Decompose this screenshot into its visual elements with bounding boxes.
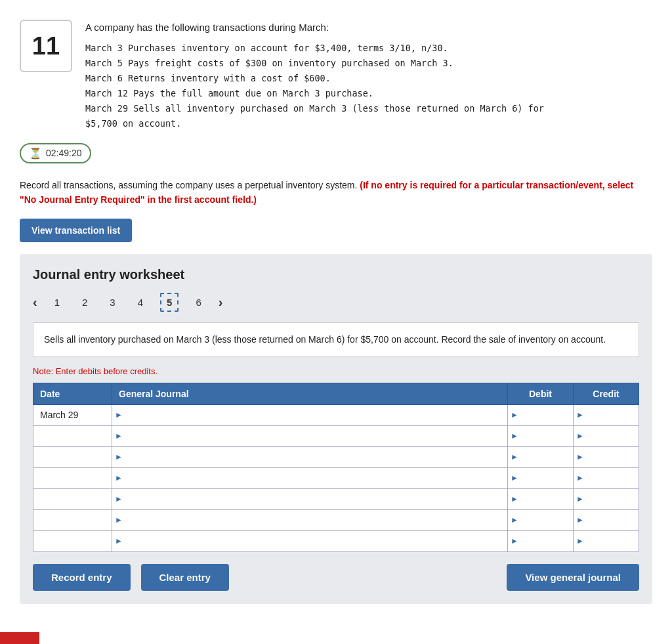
debit-arrow-7: ► [508,536,521,546]
gj-arrow-6: ► [112,515,125,525]
credit-cell-4[interactable]: ► [574,467,639,488]
credit-arrow-6: ► [574,515,587,525]
table-row: ► ► ► [33,509,639,530]
debit-input-5[interactable] [521,489,573,509]
credit-arrow-5: ► [574,494,587,504]
view-transaction-button[interactable]: View transaction list [20,219,132,242]
date-cell-1: March 29 [33,404,112,425]
debit-cell-1[interactable]: ► [508,404,574,425]
credit-input-4[interactable] [587,468,639,488]
debit-arrow-4: ► [508,473,521,483]
timer-icon: ⏳ [29,147,42,160]
question-text: A company has the following transactions… [85,20,652,131]
gj-cell-1[interactable]: ► [112,404,508,425]
credit-arrow-1: ► [574,410,587,419]
debit-arrow-3: ► [508,452,521,462]
gj-cell-2[interactable]: ► [112,425,508,446]
debit-input-7[interactable] [521,531,573,551]
gj-input-5[interactable] [125,489,507,509]
credit-input-5[interactable] [587,489,639,509]
gj-cell-6[interactable]: ► [112,509,508,530]
page-container: 11 A company has the following transacti… [0,0,672,644]
date-cell-6 [33,509,112,530]
tab-5[interactable]: 5 [160,293,178,312]
transaction-description: Sells all inventory purchased on March 3… [33,322,639,356]
credit-input-2[interactable] [587,426,639,446]
debit-arrow-1: ► [508,410,521,419]
credit-arrow-2: ► [574,431,587,440]
credit-cell-3[interactable]: ► [574,446,639,467]
debit-cell-6[interactable]: ► [508,509,574,530]
gj-input-4[interactable] [125,468,507,488]
transaction-line-5: March 29 Sells all inventory purchased o… [85,101,652,116]
gj-cell-7[interactable]: ► [112,530,508,551]
gj-cell-5[interactable]: ► [112,488,508,509]
date-cell-5 [33,488,112,509]
debit-input-3[interactable] [521,447,573,467]
debit-arrow-2: ► [508,431,521,440]
record-entry-button[interactable]: Record entry [33,564,131,591]
table-row: ► ► ► [33,467,639,488]
question-number-box: 11 [20,20,72,72]
next-arrow[interactable]: › [219,295,223,310]
debit-arrow-6: ► [508,515,521,525]
worksheet-title: Journal entry worksheet [33,267,639,282]
debit-cell-4[interactable]: ► [508,467,574,488]
tab-1[interactable]: 1 [49,294,65,311]
transaction-line-4: March 12 Pays the full amount due on Mar… [85,86,652,101]
credit-input-1[interactable] [587,405,639,425]
credit-cell-2[interactable]: ► [574,425,639,446]
transaction-description-text: Sells all inventory purchased on March 3… [44,334,606,345]
journal-table: Date General Journal Debit Credit March … [33,383,639,552]
gj-input-3[interactable] [125,447,507,467]
instruction-normal: Record all transactions, assuming the co… [20,180,357,190]
view-general-journal-button[interactable]: View general journal [507,564,639,591]
credit-input-7[interactable] [587,531,639,551]
debit-input-4[interactable] [521,468,573,488]
debit-cell-3[interactable]: ► [508,446,574,467]
gj-arrow-5: ► [112,494,125,504]
gj-input-1[interactable] [125,405,507,425]
credit-cell-5[interactable]: ► [574,488,639,509]
gj-input-2[interactable] [125,426,507,446]
date-cell-4 [33,467,112,488]
tab-6[interactable]: 6 [190,294,206,311]
gj-cell-4[interactable]: ► [112,467,508,488]
credit-cell-7[interactable]: ► [574,530,639,551]
credit-cell-1[interactable]: ► [574,404,639,425]
gj-arrow-4: ► [112,473,125,483]
gj-arrow-1: ► [112,410,125,419]
transaction-line-6: $5,700 on account. [85,116,652,131]
credit-cell-6[interactable]: ► [574,509,639,530]
credit-arrow-3: ► [574,452,587,462]
tab-2[interactable]: 2 [77,294,93,311]
prev-arrow[interactable]: ‹ [33,295,37,310]
debit-input-1[interactable] [521,405,573,425]
debit-cell-5[interactable]: ► [508,488,574,509]
gj-input-6[interactable] [125,510,507,530]
transaction-line-1: March 3 Purchases inventory on account f… [85,41,652,56]
tab-3[interactable]: 3 [104,294,120,311]
worksheet-container: Journal entry worksheet ‹ 1 2 3 4 5 6 › … [20,254,652,603]
debit-cell-7[interactable]: ► [508,530,574,551]
credit-input-6[interactable] [587,510,639,530]
timer-row: ⏳ 02:49:20 [20,143,652,163]
table-row: March 29 ► ► [33,404,639,425]
gj-cell-3[interactable]: ► [112,446,508,467]
timer-display: 02:49:20 [46,148,82,158]
tab-4[interactable]: 4 [133,294,148,311]
table-row: ► ► ► [33,446,639,467]
table-row: ► ► ► [33,425,639,446]
credit-input-3[interactable] [587,447,639,467]
debit-cell-2[interactable]: ► [508,425,574,446]
gj-input-7[interactable] [125,531,507,551]
credit-arrow-7: ► [574,536,587,546]
gj-arrow-3: ► [112,452,125,462]
note-text: Note: Enter debits before credits. [33,366,639,376]
debit-input-2[interactable] [521,426,573,446]
timer-badge: ⏳ 02:49:20 [20,143,91,163]
debit-input-6[interactable] [521,510,573,530]
date-cell-2 [33,425,112,446]
question-number: 11 [32,32,60,60]
clear-entry-button[interactable]: Clear entry [141,564,229,591]
